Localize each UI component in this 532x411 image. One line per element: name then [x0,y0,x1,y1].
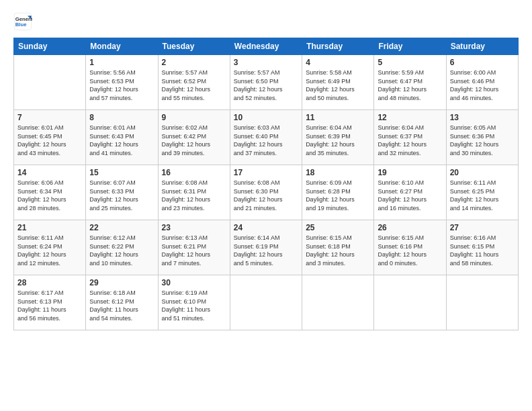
calendar-cell: 13Sunrise: 6:05 AM Sunset: 6:36 PM Dayli… [446,110,518,165]
day-info: Sunrise: 6:11 AM Sunset: 6:24 PM Dayligh… [17,234,82,267]
calendar-cell: 23Sunrise: 6:13 AM Sunset: 6:21 PM Dayli… [158,220,230,275]
day-number: 28 [17,278,82,287]
calendar-cell [14,55,86,110]
calendar-cell [446,275,518,330]
calendar-cell: 3Sunrise: 5:57 AM Sunset: 6:50 PM Daylig… [230,55,302,110]
calendar-cell: 15Sunrise: 6:07 AM Sunset: 6:33 PM Dayli… [86,165,158,220]
weekday-monday: Monday [86,38,158,55]
weekday-saturday: Saturday [446,38,518,55]
day-info: Sunrise: 5:57 AM Sunset: 6:50 PM Dayligh… [234,68,298,102]
day-info: Sunrise: 6:08 AM Sunset: 6:30 PM Dayligh… [234,179,298,212]
weekday-sunday: Sunday [14,38,86,55]
day-info: Sunrise: 5:58 AM Sunset: 6:49 PM Dayligh… [306,68,370,102]
day-number: 1 [89,58,154,67]
weekday-friday: Friday [374,38,446,55]
day-info: Sunrise: 6:06 AM Sunset: 6:34 PM Dayligh… [17,179,82,212]
calendar-cell: 11Sunrise: 6:04 AM Sunset: 6:39 PM Dayli… [302,110,374,165]
day-info: Sunrise: 6:10 AM Sunset: 6:27 PM Dayligh… [378,179,442,212]
calendar-cell: 20Sunrise: 6:11 AM Sunset: 6:25 PM Dayli… [446,165,518,220]
weekday-thursday: Thursday [302,38,374,55]
week-row-4: 21Sunrise: 6:11 AM Sunset: 6:24 PM Dayli… [14,220,519,275]
calendar-cell: 26Sunrise: 6:15 AM Sunset: 6:16 PM Dayli… [374,220,446,275]
calendar-cell: 5Sunrise: 5:59 AM Sunset: 6:47 PM Daylig… [374,55,446,110]
calendar-cell: 4Sunrise: 5:58 AM Sunset: 6:49 PM Daylig… [302,55,374,110]
calendar-cell: 21Sunrise: 6:11 AM Sunset: 6:24 PM Dayli… [14,220,86,275]
day-info: Sunrise: 6:15 AM Sunset: 6:18 PM Dayligh… [306,234,370,267]
calendar-cell: 28Sunrise: 6:17 AM Sunset: 6:13 PM Dayli… [14,275,86,330]
calendar-cell: 8Sunrise: 6:01 AM Sunset: 6:43 PM Daylig… [86,110,158,165]
day-number: 13 [450,113,515,122]
day-info: Sunrise: 6:09 AM Sunset: 6:28 PM Dayligh… [306,179,370,212]
calendar-table: SundayMondayTuesdayWednesdayThursdayFrid… [13,38,519,330]
day-info: Sunrise: 6:02 AM Sunset: 6:42 PM Dayligh… [162,124,226,157]
calendar-cell: 10Sunrise: 6:03 AM Sunset: 6:40 PM Dayli… [230,110,302,165]
day-info: Sunrise: 6:04 AM Sunset: 6:37 PM Dayligh… [378,124,442,157]
day-number: 26 [378,223,442,232]
day-info: Sunrise: 6:03 AM Sunset: 6:40 PM Dayligh… [234,124,298,157]
day-number: 6 [450,58,515,67]
calendar-cell: 9Sunrise: 6:02 AM Sunset: 6:42 PM Daylig… [158,110,230,165]
day-info: Sunrise: 6:04 AM Sunset: 6:39 PM Dayligh… [306,124,370,157]
day-number: 23 [162,223,226,232]
calendar-cell: 18Sunrise: 6:09 AM Sunset: 6:28 PM Dayli… [302,165,374,220]
day-number: 17 [234,168,298,177]
weekday-header-row: SundayMondayTuesdayWednesdayThursdayFrid… [14,38,519,55]
day-number: 16 [162,168,226,177]
day-number: 10 [234,113,298,122]
day-number: 27 [450,223,515,232]
calendar-cell [230,275,302,330]
header: General Blue [13,12,519,31]
day-info: Sunrise: 5:57 AM Sunset: 6:52 PM Dayligh… [162,68,226,102]
day-info: Sunrise: 6:11 AM Sunset: 6:25 PM Dayligh… [450,179,515,212]
day-info: Sunrise: 6:18 AM Sunset: 6:12 PM Dayligh… [89,289,154,322]
svg-text:Blue: Blue [15,21,27,28]
day-number: 15 [89,168,154,177]
day-number: 11 [306,113,370,122]
calendar-cell: 27Sunrise: 6:16 AM Sunset: 6:15 PM Dayli… [446,220,518,275]
day-info: Sunrise: 6:12 AM Sunset: 6:22 PM Dayligh… [89,234,154,267]
calendar-cell: 16Sunrise: 6:08 AM Sunset: 6:31 PM Dayli… [158,165,230,220]
day-number: 9 [162,113,226,122]
calendar-cell: 6Sunrise: 6:00 AM Sunset: 6:46 PM Daylig… [446,55,518,110]
day-number: 8 [89,113,154,122]
week-row-1: 1Sunrise: 5:56 AM Sunset: 6:53 PM Daylig… [14,55,519,110]
logo-icon: General Blue [13,12,32,31]
day-info: Sunrise: 5:59 AM Sunset: 6:47 PM Dayligh… [378,68,442,102]
day-info: Sunrise: 6:14 AM Sunset: 6:19 PM Dayligh… [234,234,298,267]
day-number: 4 [306,58,370,67]
calendar-cell [302,275,374,330]
day-number: 22 [89,223,154,232]
day-number: 24 [234,223,298,232]
calendar-cell: 14Sunrise: 6:06 AM Sunset: 6:34 PM Dayli… [14,165,86,220]
day-info: Sunrise: 6:13 AM Sunset: 6:21 PM Dayligh… [162,234,226,267]
calendar-cell: 24Sunrise: 6:14 AM Sunset: 6:19 PM Dayli… [230,220,302,275]
day-info: Sunrise: 5:56 AM Sunset: 6:53 PM Dayligh… [89,68,154,102]
day-number: 29 [89,278,154,287]
day-info: Sunrise: 6:05 AM Sunset: 6:36 PM Dayligh… [450,124,515,157]
day-number: 30 [162,278,226,287]
weekday-wednesday: Wednesday [230,38,302,55]
calendar-cell: 25Sunrise: 6:15 AM Sunset: 6:18 PM Dayli… [302,220,374,275]
calendar-cell [374,275,446,330]
day-info: Sunrise: 6:17 AM Sunset: 6:13 PM Dayligh… [17,289,82,322]
logo: General Blue [13,12,35,31]
weekday-tuesday: Tuesday [158,38,230,55]
day-number: 7 [17,113,82,122]
day-number: 5 [378,58,442,67]
calendar-cell: 22Sunrise: 6:12 AM Sunset: 6:22 PM Dayli… [86,220,158,275]
calendar-cell: 1Sunrise: 5:56 AM Sunset: 6:53 PM Daylig… [86,55,158,110]
day-number: 14 [17,168,82,177]
day-number: 2 [162,58,226,67]
day-info: Sunrise: 6:19 AM Sunset: 6:10 PM Dayligh… [162,289,226,322]
calendar-cell: 12Sunrise: 6:04 AM Sunset: 6:37 PM Dayli… [374,110,446,165]
day-number: 12 [378,113,442,122]
day-info: Sunrise: 6:00 AM Sunset: 6:46 PM Dayligh… [450,68,515,102]
week-row-3: 14Sunrise: 6:06 AM Sunset: 6:34 PM Dayli… [14,165,519,220]
calendar-cell: 29Sunrise: 6:18 AM Sunset: 6:12 PM Dayli… [86,275,158,330]
week-row-2: 7Sunrise: 6:01 AM Sunset: 6:45 PM Daylig… [14,110,519,165]
day-number: 25 [306,223,370,232]
day-info: Sunrise: 6:01 AM Sunset: 6:43 PM Dayligh… [89,124,154,157]
day-info: Sunrise: 6:08 AM Sunset: 6:31 PM Dayligh… [162,179,226,212]
page: General Blue SundayMondayTuesdayWednesda… [0,0,532,411]
calendar-cell: 7Sunrise: 6:01 AM Sunset: 6:45 PM Daylig… [14,110,86,165]
